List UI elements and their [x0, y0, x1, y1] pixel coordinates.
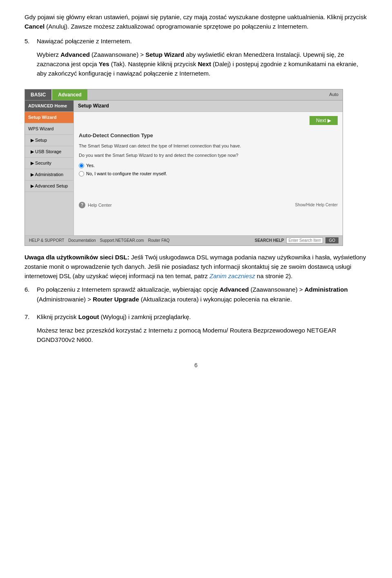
bottom-support[interactable]: Support.NETGEAR.com — [100, 237, 144, 244]
auto-label: Auto — [325, 90, 343, 99]
step6-end: (Aktualizacja routera) i wykonując polec… — [139, 296, 292, 303]
step5-yes: Yes — [99, 60, 109, 67]
router-sidebar: ADVANCED Home Setup Wizard WPS Wizard ▶ … — [25, 100, 74, 235]
sidebar-item-security[interactable]: ▶ Security — [25, 158, 74, 169]
intro-paragraph: Gdy pojawi się główny ekran ustawień, po… — [24, 12, 368, 31]
basic-tab[interactable]: BASIC — [25, 89, 51, 100]
router-screenshot: BASIC Advanced Auto ADVANCED Home Setup … — [24, 89, 343, 246]
step5-m1: (Zaawansowane) > — [90, 51, 145, 58]
dsl-note-end: na stronie 2). — [255, 272, 293, 279]
show-hide-label[interactable]: Show/Hide Help Center — [295, 202, 338, 208]
radio-yes[interactable] — [79, 163, 84, 168]
step-5-number: 5. — [24, 36, 33, 83]
search-help-label: SEARCH HELP — [255, 237, 284, 244]
router-bottom-left: HELP & SUPPORT Documentation Support.NET… — [29, 237, 169, 244]
help-support-label: HELP & SUPPORT — [29, 237, 64, 244]
router-desc-1: The Smart Setup Wizard can detect the ty… — [79, 143, 338, 149]
step6-m2: (Administrowanie) > — [37, 296, 93, 303]
step-5: 5. Nawiązać połączenie z Internetem. Wyb… — [24, 36, 368, 83]
radio-no-row: No, I want to configure the router mysel… — [79, 170, 338, 177]
step-6: 6. Po połączeniu z Internetem sprawdź ak… — [24, 285, 368, 308]
router-content-title: Auto-Detect Connection Type — [79, 132, 338, 140]
page-number: 6 — [24, 361, 368, 370]
help-center-row: ? Help Center Show/Hide Help Center — [79, 202, 338, 209]
sidebar-item-setup[interactable]: ▶ Setup — [25, 135, 74, 146]
dsl-note-bold: Uwaga dla użytkowników sieci DSL: — [24, 254, 129, 261]
zanim-link[interactable]: Zanim zaczniesz — [209, 272, 255, 279]
cancel-bold: Cancel — [24, 23, 45, 30]
radio-no[interactable] — [79, 171, 84, 176]
bottom-documentation[interactable]: Documentation — [68, 237, 96, 244]
go-button[interactable]: GO — [325, 237, 339, 243]
intro-text-1-cont: (Anuluj). Zawsze możesz zaktualizować op… — [45, 23, 308, 30]
step7-pre: Kliknij przycisk — [37, 313, 78, 320]
step7-end: (Wyloguj) i zamknij przeglądarkę. — [99, 313, 191, 320]
help-icon: ? — [79, 202, 85, 208]
sidebar-item-wps-wizard[interactable]: WPS Wizard — [25, 123, 74, 135]
step-5-line1: Nawiązać połączenie z Internetem. — [37, 36, 368, 46]
step-6-text: Po połączeniu z Internetem sprawdź aktua… — [37, 285, 368, 308]
router-main-content: Next ▶ Auto-Detect Connection Type The S… — [74, 112, 343, 216]
radio-yes-label: Yes. — [86, 162, 95, 169]
router-bottom-bar: HELP & SUPPORT Documentation Support.NET… — [25, 235, 343, 245]
step-7-number: 7. — [24, 312, 33, 349]
radio-no-label: No, I want to configure the router mysel… — [86, 170, 167, 177]
step-7-text: Kliknij przycisk Logout (Wyloguj) i zamk… — [37, 312, 368, 349]
step-7: 7. Kliknij przycisk Logout (Wyloguj) i z… — [24, 312, 368, 349]
step6-upgrade: Router Upgrade — [93, 296, 139, 303]
step-6-number: 6. — [24, 285, 33, 308]
intro-text-1: Gdy pojawi się główny ekran ustawień, po… — [24, 13, 367, 20]
next-button[interactable]: Next ▶ — [310, 116, 338, 125]
step-7-para: Kliknij przycisk Logout (Wyloguj) i zamk… — [37, 312, 368, 321]
final-text: Możesz teraz bez przeszkód korzystać z I… — [37, 326, 368, 345]
step6-admin: Administration — [305, 286, 348, 293]
step7-logout: Logout — [78, 313, 99, 320]
step5-next: Next — [198, 60, 211, 67]
sidebar-item-administration[interactable]: ▶ Administration — [25, 169, 74, 181]
step-6-para: Po połączeniu z Internetem sprawdź aktua… — [37, 285, 368, 304]
step6-advanced: Advanced — [220, 286, 249, 293]
sidebar-item-usb-storage[interactable]: ▶ USB Storage — [25, 146, 74, 158]
router-tab-bar: BASIC Advanced Auto — [25, 89, 343, 101]
router-body: ADVANCED Home Setup Wizard WPS Wizard ▶ … — [25, 100, 343, 235]
step-5-text: Nawiązać połączenie z Internetem. Wybier… — [37, 36, 368, 83]
bottom-faq[interactable]: Router FAQ — [148, 237, 169, 244]
step5-pre: Wybierz — [37, 51, 60, 58]
router-bottom-right: SEARCH HELP GO — [255, 237, 339, 244]
step6-pre: Po połączeniu z Internetem sprawdź aktua… — [37, 286, 220, 293]
step-5-line2: Wybierz Advanced (Zaawansowane) > Setup … — [37, 50, 368, 78]
step5-wizard: Setup Wizard — [145, 51, 184, 58]
help-center-label[interactable]: Help Center — [88, 202, 112, 209]
step5-advanced: Advanced — [60, 51, 90, 58]
router-desc-2: Do you want the Smart Setup Wizard to tr… — [79, 152, 338, 158]
sidebar-item-advanced-setup[interactable]: ▶ Advanced Setup — [25, 181, 74, 192]
dsl-note-text: Uwaga dla użytkowników sieci DSL: Jeśli … — [24, 252, 368, 281]
step6-m1: (Zaawansowane) > — [249, 286, 304, 293]
router-main-header: Setup Wizard — [74, 100, 343, 112]
sidebar-item-setup-wizard[interactable]: Setup Wizard — [25, 112, 74, 123]
sidebar-item-advanced-home[interactable]: ADVANCED Home — [25, 100, 74, 112]
search-input[interactable] — [286, 237, 323, 243]
radio-yes-row: Yes. — [79, 162, 338, 169]
router-main: Setup Wizard Next ▶ Auto-Detect Connecti… — [74, 100, 343, 235]
dsl-note: Uwaga dla użytkowników sieci DSL: Jeśli … — [24, 252, 368, 281]
page-content: Gdy pojawi się główny ekran ustawień, po… — [24, 12, 368, 349]
advanced-tab[interactable]: Advanced — [52, 89, 87, 100]
step5-m3: (Tak). Następnie kliknij przycisk — [109, 60, 198, 67]
